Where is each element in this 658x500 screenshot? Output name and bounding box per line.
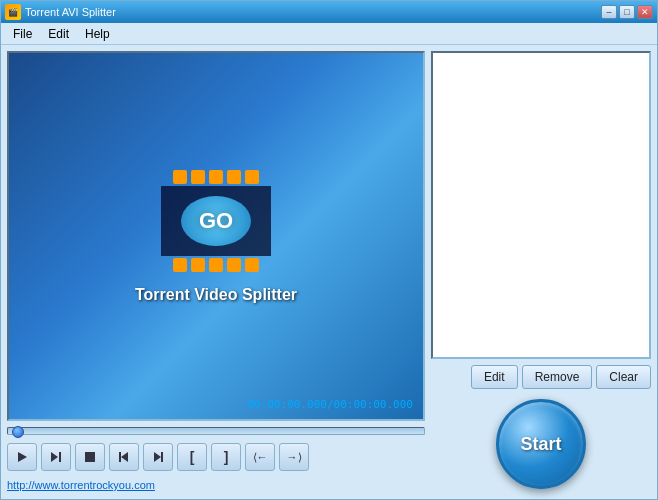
clear-button[interactable]: Clear xyxy=(596,365,651,389)
film-hole xyxy=(173,258,187,272)
app-icon: 🎬 xyxy=(5,4,21,20)
title-bar-left: 🎬 Torrent AVI Splitter xyxy=(5,4,116,20)
edit-button[interactable]: Edit xyxy=(471,365,518,389)
film-hole xyxy=(227,170,241,184)
stop-button[interactable] xyxy=(75,443,105,471)
mark-out-button[interactable]: ] xyxy=(211,443,241,471)
title-bar: 🎬 Torrent AVI Splitter – □ ✕ xyxy=(1,1,657,23)
svg-rect-2 xyxy=(59,452,61,462)
controls-bar: [ ] ⟨← →⟩ xyxy=(7,441,425,473)
close-button[interactable]: ✕ xyxy=(637,5,653,19)
action-buttons: Edit Remove Clear xyxy=(431,365,651,389)
time-display: 00:00:00.000/00:00:00.000 xyxy=(247,398,413,411)
left-panel: GO Torrent Video Splitter 00:00:00.000/0… xyxy=(7,51,425,493)
menu-bar: File Edit Help xyxy=(1,23,657,45)
menu-file[interactable]: File xyxy=(5,25,40,43)
start-button[interactable]: Start xyxy=(496,399,586,489)
main-content: GO Torrent Video Splitter 00:00:00.000/0… xyxy=(1,45,657,499)
right-panel: Edit Remove Clear Start xyxy=(431,51,651,493)
maximize-button[interactable]: □ xyxy=(619,5,635,19)
svg-marker-0 xyxy=(18,452,27,462)
svg-marker-4 xyxy=(121,452,128,462)
film-middle: GO xyxy=(161,186,271,256)
go-in-button[interactable]: ⟨← xyxy=(245,443,275,471)
film-hole xyxy=(191,170,205,184)
menu-help[interactable]: Help xyxy=(77,25,118,43)
remove-button[interactable]: Remove xyxy=(522,365,593,389)
play-button[interactable] xyxy=(7,443,37,471)
main-window: 🎬 Torrent AVI Splitter – □ ✕ File Edit H… xyxy=(0,0,658,500)
go-out-button[interactable]: →⟩ xyxy=(279,443,309,471)
film-strip: GO xyxy=(161,168,271,274)
progress-thumb[interactable] xyxy=(12,426,24,438)
film-hole xyxy=(173,170,187,184)
menu-edit[interactable]: Edit xyxy=(40,25,77,43)
film-holes-top xyxy=(169,168,263,186)
film-hole xyxy=(245,258,259,272)
film-hole xyxy=(245,170,259,184)
go-logo: GO xyxy=(181,196,251,246)
progress-bar-area xyxy=(7,425,425,437)
start-button-container: Start xyxy=(431,395,651,493)
prev-frame-button[interactable] xyxy=(109,443,139,471)
video-title: Torrent Video Splitter xyxy=(135,286,297,304)
skip-next-button[interactable] xyxy=(41,443,71,471)
website-link[interactable]: http://www.torrentrockyou.com xyxy=(7,477,425,493)
film-hole xyxy=(209,170,223,184)
svg-marker-1 xyxy=(51,452,58,462)
video-preview: GO Torrent Video Splitter 00:00:00.000/0… xyxy=(7,51,425,421)
film-hole xyxy=(191,258,205,272)
next-frame-button[interactable] xyxy=(143,443,173,471)
film-holes-bottom xyxy=(169,256,263,274)
mark-in-button[interactable]: [ xyxy=(177,443,207,471)
film-hole xyxy=(227,258,241,272)
progress-track[interactable] xyxy=(7,427,425,435)
window-title: Torrent AVI Splitter xyxy=(25,6,116,18)
logo-container: GO Torrent Video Splitter xyxy=(135,168,297,304)
svg-marker-6 xyxy=(154,452,161,462)
title-controls: – □ ✕ xyxy=(601,5,653,19)
film-hole xyxy=(209,258,223,272)
minimize-button[interactable]: – xyxy=(601,5,617,19)
svg-rect-3 xyxy=(85,452,95,462)
split-list xyxy=(431,51,651,359)
